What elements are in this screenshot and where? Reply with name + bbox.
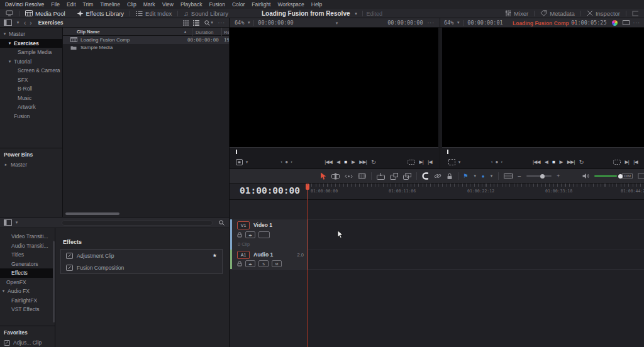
timeline-tracks-area[interactable]: V1 Video 1 ◂▸ 0 Clip A1 Audio 1 2.0	[230, 200, 644, 347]
fx-category-audio-transitions[interactable]: Audio Transiti...	[0, 241, 55, 251]
favorite-star-icon[interactable]: ★	[213, 253, 217, 258]
bin-fusion[interactable]: Fusion	[0, 112, 62, 121]
column-duration[interactable]: Duration	[196, 30, 213, 35]
source-viewer-scrub-bar[interactable]	[230, 147, 438, 155]
disable-track-toggle[interactable]	[258, 231, 270, 238]
flag-button[interactable]: ⚑	[463, 173, 468, 179]
timeline-clip-selector[interactable]: Loading Fusion Comp ▾	[513, 18, 576, 28]
menu-mark[interactable]: Mark	[143, 1, 155, 8]
source-zoom-level[interactable]: 64%	[235, 19, 244, 26]
first-frame-button[interactable]: |◀◀	[325, 159, 332, 165]
menu-edit[interactable]: Edit	[67, 1, 76, 8]
speaker-icon[interactable]	[582, 173, 589, 179]
timeline-view-mode-button[interactable]: ▾	[448, 159, 462, 165]
jog-control[interactable]: ‹ ● ›	[280, 159, 293, 165]
loop-button[interactable]: ↻	[371, 159, 375, 165]
media-pool-button[interactable]: Media Pool	[19, 9, 71, 18]
menu-color[interactable]: Color	[232, 1, 245, 8]
auto-select-toggle[interactable]: ◂▸	[245, 231, 255, 238]
clip-row-loading-fusion-comp[interactable]: Loading Fusion Comp 00:00:00:00 19	[63, 36, 229, 44]
overwrite-clip-button[interactable]	[390, 173, 398, 180]
chevron-down-icon[interactable]: ▾	[456, 20, 460, 25]
column-divider[interactable]	[192, 28, 192, 36]
match-frame-in-button[interactable]: |◀	[428, 159, 432, 165]
match-frame-in-button[interactable]: |◀	[633, 159, 638, 165]
play-reverse-button[interactable]: ◀	[336, 159, 340, 165]
more-options-button[interactable]: ···	[218, 19, 226, 26]
zoom-slider-knob[interactable]	[540, 174, 545, 179]
linked-selection-toggle[interactable]	[434, 172, 441, 180]
bin-screen-camera[interactable]: Screen & Camera	[0, 66, 62, 75]
menu-app[interactable]: DaVinci Resolve	[5, 1, 44, 8]
chevron-down-icon[interactable]: ▾	[490, 174, 493, 179]
position-lock-toggle[interactable]	[447, 173, 453, 180]
clipped-panel-icon[interactable]	[626, 11, 644, 16]
auto-select-toggle[interactable]: ◂▸	[245, 260, 255, 267]
fx-category-vst-effects[interactable]: VST Effects	[0, 305, 55, 314]
mute-toggle[interactable]: M	[272, 260, 282, 267]
thumbnail-view-icon[interactable]	[183, 20, 189, 26]
fx-category-video-transitions[interactable]: Video Transiti...	[0, 232, 55, 241]
stop-button[interactable]: ■	[345, 159, 347, 165]
menu-file[interactable]: File	[51, 1, 60, 8]
color-viewer-icon[interactable]	[612, 20, 618, 26]
audio-track-header[interactable]: A1 Audio 1 2.0 ◂▸ S M	[230, 250, 308, 269]
more-options-button[interactable]: ···	[428, 19, 435, 26]
jog-control[interactable]: ‹ ● ›	[491, 159, 504, 165]
loop-button[interactable]: ↻	[579, 159, 584, 165]
timeline-viewer-scrub-bar[interactable]	[442, 147, 644, 155]
zoom-in-button[interactable]: +	[557, 173, 560, 179]
source-viewer-canvas[interactable]	[230, 28, 438, 147]
marker-button[interactable]: ●	[482, 174, 485, 179]
sidebar-toggle-icon[interactable]	[4, 19, 12, 26]
menu-playback[interactable]: Playback	[180, 1, 203, 8]
bin-tutorial[interactable]: ▾ Tutorial	[0, 57, 62, 67]
menu-help[interactable]: Help	[311, 1, 322, 8]
bin-exercises-selected[interactable]: ▾ Exercises	[0, 39, 62, 48]
selection-mode-tool[interactable]	[320, 172, 326, 180]
bin-master[interactable]: ▾ Master	[0, 30, 62, 39]
more-options-button[interactable]: ···	[633, 19, 641, 26]
fx-category-titles[interactable]: Titles	[0, 250, 55, 260]
audio-track-badge[interactable]: A1	[237, 251, 250, 259]
remote-monitor-icon[interactable]	[0, 9, 19, 18]
timeline-zoom-slider[interactable]	[526, 175, 552, 177]
source-clip-timecode[interactable]: 00:00:00:00	[387, 19, 423, 26]
back-button[interactable]: ‹	[24, 19, 26, 26]
search-icon[interactable]	[204, 20, 210, 26]
zoom-out-button[interactable]: −	[518, 173, 521, 180]
first-frame-button[interactable]: |◀◀	[533, 159, 540, 165]
dim-audio-button[interactable]: DIM	[622, 173, 633, 179]
timeline-view-options-button[interactable]	[504, 173, 513, 179]
menu-trim[interactable]: Trim	[83, 1, 94, 8]
mixer-button[interactable]: Mixer	[499, 10, 534, 17]
menu-view[interactable]: View	[162, 1, 174, 8]
insert-clip-button[interactable]	[377, 173, 385, 180]
timeline-viewer-timecode[interactable]: 00:00:00:01	[467, 19, 502, 26]
chevron-down-icon[interactable]: ▾	[210, 20, 214, 25]
edit-index-button[interactable]: Edit Index	[130, 9, 177, 18]
menu-fusion[interactable]: Fusion	[209, 1, 225, 8]
effects-library-button[interactable]: Effects Library	[71, 9, 130, 18]
play-button[interactable]: ▶	[352, 159, 355, 165]
sort-asc-icon[interactable]: ▴	[184, 29, 186, 33]
panel-divider[interactable]	[229, 18, 230, 347]
video-track-badge[interactable]: V1	[237, 221, 250, 229]
menu-fairlight[interactable]: Fairlight	[252, 1, 270, 8]
chevron-down-icon[interactable]: ▾	[473, 174, 476, 179]
chevron-down-icon[interactable]: ▾	[14, 220, 19, 225]
stop-button[interactable]: ■	[552, 159, 555, 165]
dual-monitor-icon[interactable]	[623, 20, 630, 25]
bin-music[interactable]: Music	[0, 94, 62, 103]
bin-sfx[interactable]: SFX	[0, 75, 62, 85]
effect-adjustment-clip[interactable]: Adjustment Clip ★	[61, 250, 222, 262]
timeline-ruler[interactable]: 01:00:00:00 01:00:00:00 01:00:11:06 01:0…	[230, 184, 644, 200]
clip-row-sample-media[interactable]: Sample Media	[63, 44, 229, 52]
menu-timeline[interactable]: Timeline	[100, 1, 120, 8]
blade-edit-mode-tool[interactable]	[358, 173, 366, 179]
playhead-timecode[interactable]: 01:00:00:00	[235, 185, 305, 196]
loop-range-icon[interactable]	[613, 160, 621, 165]
bin-sample-media[interactable]: Sample Media	[0, 48, 62, 57]
horizontal-scrollbar[interactable]	[65, 212, 119, 215]
fx-category-effects-selected[interactable]: Effects	[0, 268, 55, 278]
